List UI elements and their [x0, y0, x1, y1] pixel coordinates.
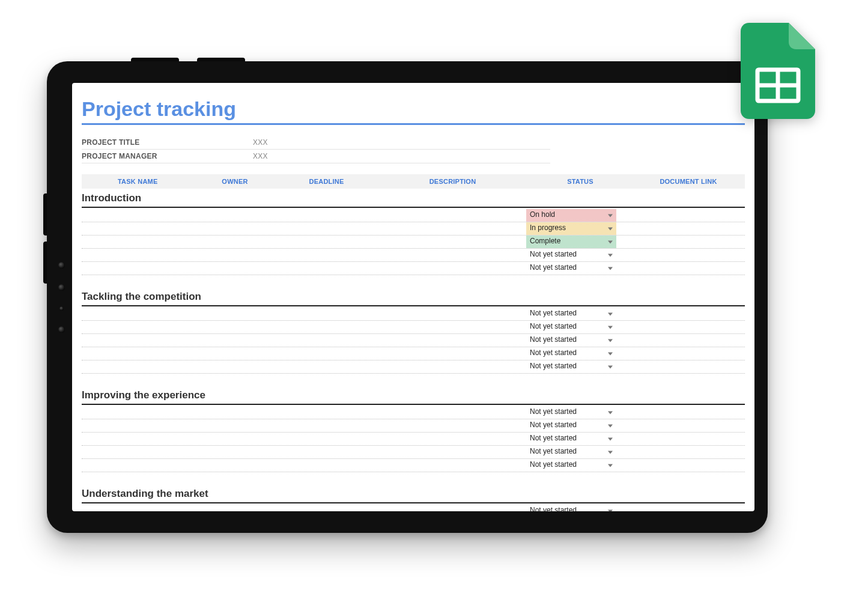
status-dropdown[interactable]: In progress: [526, 222, 616, 235]
cell-task[interactable]: [82, 433, 196, 445]
status-dropdown[interactable]: Not yet started: [526, 249, 616, 261]
cell-task[interactable]: [82, 249, 196, 261]
cell-task[interactable]: [82, 505, 196, 511]
cell-owner[interactable]: [196, 446, 274, 458]
cell-desc[interactable]: [379, 433, 526, 445]
cell-link[interactable]: [616, 360, 724, 373]
cell-link[interactable]: [616, 419, 724, 432]
cell-link[interactable]: [616, 433, 724, 445]
status-dropdown[interactable]: Not yet started: [526, 347, 616, 360]
cell-link[interactable]: [616, 406, 724, 419]
cell-link[interactable]: [616, 236, 724, 248]
cell-desc[interactable]: [379, 406, 526, 419]
status-dropdown[interactable]: Complete: [526, 236, 616, 248]
cell-owner[interactable]: [196, 222, 274, 235]
status-dropdown[interactable]: Not yet started: [526, 262, 616, 275]
cell-link[interactable]: [616, 308, 724, 320]
cell-deadline[interactable]: [274, 505, 379, 511]
cell-desc[interactable]: [379, 505, 526, 511]
cell-task[interactable]: [82, 360, 196, 373]
cell-deadline[interactable]: [274, 419, 379, 432]
cell-task[interactable]: [82, 347, 196, 360]
cell-desc[interactable]: [379, 446, 526, 458]
cell-task[interactable]: [82, 262, 196, 275]
status-dropdown[interactable]: Not yet started: [526, 446, 616, 458]
cell-owner[interactable]: [196, 433, 274, 445]
cell-task[interactable]: [82, 222, 196, 235]
meta-value[interactable]: XXX: [253, 152, 268, 160]
cell-deadline[interactable]: [274, 360, 379, 373]
cell-owner[interactable]: [196, 209, 274, 222]
cell-owner[interactable]: [196, 459, 274, 472]
cell-task[interactable]: [82, 321, 196, 333]
cell-desc[interactable]: [379, 262, 526, 275]
cell-task[interactable]: [82, 406, 196, 419]
cell-desc[interactable]: [379, 419, 526, 432]
meta-value[interactable]: XXX: [253, 138, 268, 147]
cell-owner[interactable]: [196, 236, 274, 248]
status-dropdown[interactable]: Not yet started: [526, 459, 616, 472]
cell-owner[interactable]: [196, 262, 274, 275]
table-row: Not yet started: [82, 433, 745, 446]
status-dropdown[interactable]: Not yet started: [526, 419, 616, 432]
cell-deadline[interactable]: [274, 446, 379, 458]
cell-desc[interactable]: [379, 360, 526, 373]
cell-link[interactable]: [616, 334, 724, 347]
status-dropdown[interactable]: Not yet started: [526, 321, 616, 333]
cell-owner[interactable]: [196, 334, 274, 347]
cell-link[interactable]: [616, 321, 724, 333]
cell-deadline[interactable]: [274, 222, 379, 235]
status-dropdown[interactable]: Not yet started: [526, 360, 616, 373]
cell-deadline[interactable]: [274, 406, 379, 419]
status-dropdown[interactable]: On hold: [526, 209, 616, 222]
cell-deadline[interactable]: [274, 262, 379, 275]
cell-desc[interactable]: [379, 209, 526, 222]
cell-desc[interactable]: [379, 222, 526, 235]
cell-link[interactable]: [616, 209, 724, 222]
cell-link[interactable]: [616, 446, 724, 458]
cell-desc[interactable]: [379, 321, 526, 333]
cell-task[interactable]: [82, 446, 196, 458]
cell-owner[interactable]: [196, 249, 274, 261]
cell-desc[interactable]: [379, 347, 526, 360]
cell-task[interactable]: [82, 334, 196, 347]
cell-link[interactable]: [616, 262, 724, 275]
cell-owner[interactable]: [196, 308, 274, 320]
cell-task[interactable]: [82, 459, 196, 472]
cell-desc[interactable]: [379, 459, 526, 472]
cell-deadline[interactable]: [274, 334, 379, 347]
cell-link[interactable]: [616, 505, 724, 511]
cell-deadline[interactable]: [274, 459, 379, 472]
cell-desc[interactable]: [379, 308, 526, 320]
cell-task[interactable]: [82, 308, 196, 320]
cell-deadline[interactable]: [274, 209, 379, 222]
status-dropdown[interactable]: Not yet started: [526, 505, 616, 511]
cell-task[interactable]: [82, 209, 196, 222]
meta-label: PROJECT MANAGER: [82, 152, 253, 160]
status-dropdown[interactable]: Not yet started: [526, 334, 616, 347]
cell-deadline[interactable]: [274, 249, 379, 261]
cell-link[interactable]: [616, 249, 724, 261]
cell-desc[interactable]: [379, 334, 526, 347]
cell-deadline[interactable]: [274, 433, 379, 445]
cell-desc[interactable]: [379, 236, 526, 248]
cell-link[interactable]: [616, 347, 724, 360]
cell-deadline[interactable]: [274, 321, 379, 333]
cell-owner[interactable]: [196, 406, 274, 419]
cell-link[interactable]: [616, 222, 724, 235]
cell-desc[interactable]: [379, 249, 526, 261]
cell-owner[interactable]: [196, 419, 274, 432]
cell-link[interactable]: [616, 459, 724, 472]
cell-owner[interactable]: [196, 347, 274, 360]
cell-deadline[interactable]: [274, 347, 379, 360]
status-dropdown[interactable]: Not yet started: [526, 308, 616, 320]
cell-owner[interactable]: [196, 360, 274, 373]
cell-task[interactable]: [82, 419, 196, 432]
status-dropdown[interactable]: Not yet started: [526, 433, 616, 445]
cell-owner[interactable]: [196, 321, 274, 333]
cell-owner[interactable]: [196, 505, 274, 511]
cell-task[interactable]: [82, 236, 196, 248]
cell-deadline[interactable]: [274, 236, 379, 248]
status-dropdown[interactable]: Not yet started: [526, 406, 616, 419]
cell-deadline[interactable]: [274, 308, 379, 320]
